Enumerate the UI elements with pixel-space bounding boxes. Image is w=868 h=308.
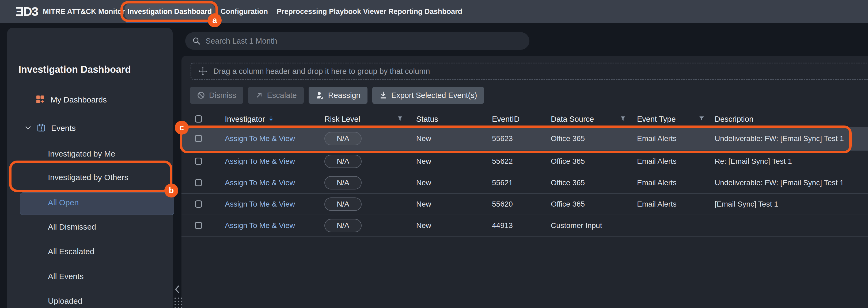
data-source-value: Office 365 xyxy=(551,172,585,193)
sidebar-drag-handle-icon[interactable] xyxy=(175,298,182,308)
sidebar-item-all-dismissed[interactable]: All Dismissed xyxy=(48,222,96,232)
description-value: Undeliverable: FW: [Email Sync] Test 1 xyxy=(715,172,844,193)
nav-item-preprocessing-playbook-viewer[interactable]: Preprocessing Playbook Viewer xyxy=(277,0,386,23)
events-grid-panel: Drag a column header and drop it here to… xyxy=(182,56,868,308)
d3-logo-text: ƎD3 xyxy=(16,4,38,19)
row-checkbox[interactable] xyxy=(195,179,202,186)
table-row[interactable]: Assign To Me & View N/A New 55623 Office… xyxy=(182,127,868,151)
row-checkbox[interactable] xyxy=(195,158,202,165)
sidebar-collapse-icon[interactable] xyxy=(175,285,179,295)
my-dashboards-label: My Dashboards xyxy=(51,95,107,104)
active-tab-underline xyxy=(126,21,208,23)
column-header-status[interactable]: Status xyxy=(416,113,438,126)
search-input[interactable] xyxy=(206,32,521,50)
nav-item-reporting-dashboard[interactable]: Reporting Dashboard xyxy=(389,0,462,23)
app-screen: ƎD3 MITRE ATT&CK Monitor Investigation D… xyxy=(0,0,868,308)
table-header-row: Investigator Risk Level Status EventID D… xyxy=(182,113,868,126)
description-value: Undeliverable: FW: [Email Sync] Test 1 xyxy=(715,127,844,150)
table-row[interactable]: Assign To Me & View N/A New 55620 Office… xyxy=(182,194,868,215)
data-source-value: Customer Input xyxy=(551,215,602,236)
status-value: New xyxy=(416,127,431,150)
events-calendar-icon xyxy=(37,123,46,133)
assign-to-me-link[interactable]: Assign To Me & View xyxy=(225,172,295,193)
sidebar-item-investigated-by-others[interactable]: Investigated by Others xyxy=(48,172,128,183)
filter-icon-event-type[interactable] xyxy=(699,116,704,122)
data-source-value: Office 365 xyxy=(551,194,585,215)
data-source-value: Office 365 xyxy=(551,151,585,172)
risk-level-badge: N/A xyxy=(324,197,362,211)
chevron-down-icon[interactable] xyxy=(24,124,32,132)
filter-icon-risk-level[interactable] xyxy=(398,116,403,122)
description-value: [Email Sync] Test 1 xyxy=(715,194,778,215)
filter-icon-data-source[interactable] xyxy=(620,116,625,122)
column-header-data-source[interactable]: Data Source xyxy=(551,113,594,126)
event-id-value: 55623 xyxy=(492,127,513,150)
export-selected-events-button[interactable]: Export Selected Event(s) xyxy=(372,87,484,104)
assign-to-me-link[interactable]: Assign To Me & View xyxy=(225,194,295,215)
risk-level-badge: N/A xyxy=(324,155,362,168)
sort-descending-icon[interactable] xyxy=(269,115,273,124)
escalate-icon xyxy=(255,91,263,99)
sidebar-title: Investigation Dashboard xyxy=(19,64,131,75)
sidebar-item-all-events[interactable]: All Events xyxy=(48,271,84,282)
event-type-value: Email Alerts xyxy=(637,127,677,150)
sidebar-item-uploaded[interactable]: Uploaded xyxy=(48,296,82,306)
nav-item-investigation-dashboard[interactable]: Investigation Dashboard xyxy=(125,4,215,19)
assign-to-me-link[interactable]: Assign To Me & View xyxy=(225,215,295,236)
column-header-investigator[interactable]: Investigator xyxy=(225,113,273,126)
sidebar-item-all-escalated[interactable]: All Escalated xyxy=(48,246,94,257)
sidebar-item-investigated-by-me[interactable]: Investigated by Me xyxy=(48,149,115,159)
group-by-drop-zone[interactable]: Drag a column header and drop it here to… xyxy=(191,63,868,80)
status-value: New xyxy=(416,151,431,172)
data-source-value: Office 365 xyxy=(551,127,585,150)
reassign-button[interactable]: Reassign xyxy=(309,87,368,104)
event-id-value: 55622 xyxy=(492,151,513,172)
my-dashboards-icon xyxy=(36,95,45,105)
move-icon xyxy=(198,67,208,76)
select-all-checkbox[interactable] xyxy=(195,115,202,123)
row-checkbox[interactable] xyxy=(195,201,202,208)
grid-column-divider xyxy=(853,113,853,308)
event-id-value: 55621 xyxy=(492,172,513,193)
row-checkbox[interactable] xyxy=(195,135,202,142)
search-icon xyxy=(192,37,201,45)
assign-to-me-link[interactable]: Assign To Me & View xyxy=(225,151,295,172)
column-header-eventid[interactable]: EventID xyxy=(492,113,520,126)
table-row[interactable]: Assign To Me & View N/A New 44913 Custom… xyxy=(182,215,868,237)
row-checkbox[interactable] xyxy=(195,222,202,229)
status-value: New xyxy=(416,215,431,236)
events-group-label: Events xyxy=(51,124,76,133)
dismiss-icon xyxy=(197,91,205,99)
dismiss-button[interactable]: Dismiss xyxy=(190,87,243,104)
nav-item-mitre-attck-monitor[interactable]: MITRE ATT&CK Monitor xyxy=(43,0,125,23)
table-row[interactable]: Assign To Me & View N/A New 55622 Office… xyxy=(182,151,868,172)
sidebar-item-my-dashboards[interactable]: My Dashboards xyxy=(36,94,107,106)
risk-level-badge: N/A xyxy=(324,132,362,145)
table-row[interactable]: Assign To Me & View N/A New 55621 Office… xyxy=(182,172,868,194)
event-id-value: 44913 xyxy=(492,215,513,236)
assign-to-me-link[interactable]: Assign To Me & View xyxy=(225,127,295,150)
status-value: New xyxy=(416,172,431,193)
selected-view-highlight xyxy=(20,192,174,215)
description-value: Re: [Email Sync] Test 1 xyxy=(715,151,792,172)
escalate-button[interactable]: Escalate xyxy=(248,87,304,104)
status-value: New xyxy=(416,194,431,215)
column-header-risk-level[interactable]: Risk Level xyxy=(324,113,360,126)
event-type-value: Email Alerts xyxy=(637,172,677,193)
sidebar: Investigation Dashboard My Dashboards xyxy=(7,28,173,308)
nav-item-configuration[interactable]: Configuration xyxy=(221,0,268,23)
column-header-event-type[interactable]: Event Type xyxy=(637,113,676,126)
event-type-value: Email Alerts xyxy=(637,194,677,215)
sidebar-group-events[interactable]: Events xyxy=(24,122,76,134)
reassign-user-icon xyxy=(316,91,324,99)
event-id-value: 55620 xyxy=(492,194,513,215)
column-header-description[interactable]: Description xyxy=(715,113,753,126)
search-bar xyxy=(185,32,529,50)
sidebar-item-all-open[interactable]: All Open xyxy=(48,197,79,208)
grid-toolbar: Dismiss Escalate Reassign xyxy=(190,87,484,104)
risk-level-badge: N/A xyxy=(324,219,362,232)
export-download-icon xyxy=(379,91,387,99)
group-by-hint-text: Drag a column header and drop it here to… xyxy=(213,67,430,76)
d3-logo: ƎD3 xyxy=(16,0,38,23)
event-type-value: Email Alerts xyxy=(637,151,677,172)
